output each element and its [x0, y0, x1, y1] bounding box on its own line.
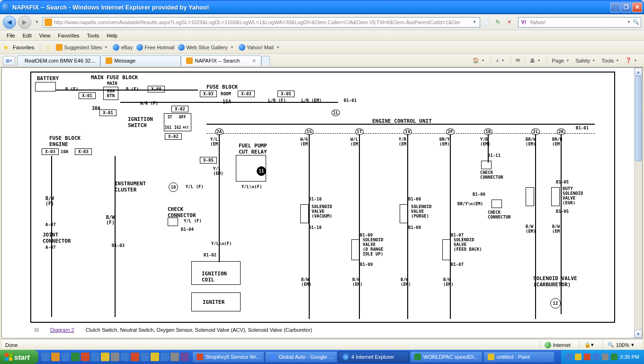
help-button[interactable]: ❓▾ — [625, 57, 638, 64]
scroll-down-icon[interactable]: ▼ — [635, 330, 642, 338]
ql-icon-5[interactable] — [81, 353, 89, 361]
label-check-connector: CHECK CONNECTOR — [168, 206, 196, 218]
diagram-desc: Clutch Switch, Neutral Switch, Oxygen Se… — [86, 327, 312, 333]
label-sv-drange: SOLENOID VALVE (D RANGE IDLE UP) — [363, 237, 383, 256]
label-joint-connector: JOINT CONNECTOR — [43, 232, 71, 244]
quick-tabs-button[interactable]: ▦▾ — [3, 56, 15, 65]
diagram-2-link[interactable]: Diagram 2 — [50, 327, 74, 333]
task-global-auto[interactable]: Global Auto - Google ... — [265, 351, 337, 363]
fav-ebay[interactable]: eBay — [113, 44, 133, 51]
menu-file[interactable]: File — [3, 32, 19, 39]
print-button[interactable]: 🖶▾ — [530, 58, 542, 64]
ql-icon-7[interactable] — [101, 353, 109, 361]
url-dropdown[interactable]: ▼ — [471, 20, 478, 24]
vertical-scrollbar[interactable]: ▲ ▼ — [634, 68, 642, 338]
minimize-button[interactable]: _ — [610, 2, 620, 12]
menu-help[interactable]: Help — [103, 32, 121, 39]
label-ignition-coil: IGNITION COIL — [202, 271, 227, 283]
tray-icon[interactable] — [584, 354, 590, 360]
tray-icon[interactable] — [602, 354, 608, 360]
tray-icon[interactable] — [566, 354, 572, 360]
protected-mode[interactable]: 🔒▾ — [579, 340, 599, 350]
rss-icon: ∎ — [496, 57, 499, 64]
fav-yahoomail[interactable]: Yahoo! Mail▾ — [239, 44, 281, 51]
tray-icon[interactable] — [611, 354, 617, 360]
label-fuse-block: FUSE BLOCK — [206, 84, 238, 90]
menu-view[interactable]: View — [36, 32, 54, 39]
tray-icon[interactable] — [593, 354, 599, 360]
task-worldpac[interactable]: WORLDPAC speedDI... — [410, 351, 483, 363]
close-button[interactable]: ✕ — [632, 2, 642, 12]
label-ignition-switch: IGNITION SWITCH — [128, 116, 153, 128]
ql-icon-11[interactable] — [141, 353, 149, 361]
refresh-button[interactable]: ↻ — [493, 18, 502, 27]
mail-button[interactable]: ✉ — [516, 57, 520, 64]
page-menu[interactable]: Page▾ — [552, 58, 571, 64]
menu-edit[interactable]: Edit — [19, 32, 36, 39]
safety-menu[interactable]: Safety▾ — [575, 58, 597, 64]
address-bar[interactable]: ▼ — [43, 17, 480, 27]
label-check-connector-3: CHECK CONNECTOR — [488, 210, 511, 219]
task-paint[interactable]: untitled - Paint — [483, 351, 555, 363]
ql-icon-15[interactable] — [180, 353, 189, 361]
ql-icon-9[interactable] — [121, 353, 129, 361]
task-shopkey[interactable]: ShopKey5 Service Wr... — [192, 351, 265, 363]
site-favicon — [45, 18, 52, 26]
ql-icon-1[interactable] — [41, 353, 50, 361]
stop-button[interactable]: ✕ — [505, 18, 513, 27]
home-button[interactable]: 🏠▾ — [473, 57, 486, 64]
start-button[interactable]: start — [0, 350, 38, 364]
search-go-icon[interactable]: 🔍 — [633, 19, 639, 25]
maximize-button[interactable]: ❐ — [621, 2, 631, 12]
back-button[interactable]: ◄ — [3, 16, 16, 29]
ql-icon-2[interactable] — [51, 353, 60, 361]
ql-icon-4[interactable] — [71, 353, 80, 361]
label-instrument-cluster: INSTRUMENT CLUSTER — [115, 181, 146, 193]
search-box[interactable]: Y! ▼ 🔍 — [518, 17, 641, 27]
tools-menu[interactable]: Tools▾ — [601, 58, 620, 64]
tab-napafix[interactable]: NAPAFIX -- Search✕ — [181, 55, 261, 66]
feeds-button[interactable]: ∎▾ — [496, 57, 506, 64]
nav-history-dropdown[interactable]: ▼ — [33, 20, 41, 24]
tray-icon[interactable] — [575, 354, 581, 360]
fav-webslice[interactable]: Web Slice Gallery▾ — [178, 44, 234, 51]
system-tray[interactable]: 3:39 PM — [561, 350, 644, 364]
zoom-control[interactable]: 🔍 100% ▾ — [602, 340, 639, 350]
ql-icon-10[interactable] — [131, 353, 139, 361]
ql-icon-8[interactable] — [111, 353, 119, 361]
page-body: BATTERY MAIN FUSE BLOCK MAIN 80A BTN 30A… — [2, 68, 634, 338]
url-input[interactable] — [54, 19, 471, 25]
menu-favorites[interactable]: Favorites — [54, 32, 83, 39]
ql-icon-3[interactable] — [61, 353, 70, 361]
ql-icon-13[interactable] — [161, 353, 169, 361]
new-tab-button[interactable] — [261, 56, 270, 65]
tab-close-icon[interactable]: ✕ — [252, 58, 256, 64]
scroll-up-icon[interactable]: ▲ — [635, 68, 642, 76]
favorites-label[interactable]: Favorites — [13, 45, 34, 50]
yahoo-icon: Y! — [520, 18, 528, 26]
fav-hotmail[interactable]: Free Hotmail — [136, 44, 174, 51]
page-icon — [186, 57, 193, 64]
ql-icon-14[interactable] — [170, 353, 179, 361]
diagram-footer-row: ▤ Diagram 2 Clutch Switch, Neutral Switc… — [30, 327, 615, 333]
menu-tools[interactable]: Tools — [83, 32, 103, 39]
add-favorite-icon[interactable]: ☆ — [46, 44, 52, 51]
search-input[interactable] — [529, 19, 625, 25]
tab-message[interactable]: Message — [100, 55, 181, 66]
favorites-star-icon[interactable]: ★ — [3, 44, 9, 51]
forward-button[interactable]: ► — [18, 16, 31, 29]
wiring-diagram: BATTERY MAIN FUSE BLOCK MAIN 80A BTN 30A… — [30, 72, 615, 323]
nav-toolbar: ◄ ► ▼ ▼ 📄 ↻ ✕ Y! ▼ 🔍 — [0, 14, 644, 30]
fav-suggested-sites[interactable]: Suggested Sites▾ — [56, 44, 109, 51]
tab-realoem[interactable]: RealOEM.com BMW E46 32... — [17, 55, 100, 66]
clock[interactable]: 3:39 PM — [620, 354, 639, 360]
label-check-connector-2: CHECK CONNECTOR — [480, 170, 503, 180]
tabs-bar: ▦▾ RealOEM.com BMW E46 32... Message NAP… — [0, 54, 644, 67]
ql-icon-12[interactable] — [151, 353, 159, 361]
scroll-thumb[interactable] — [635, 76, 642, 161]
task-ie[interactable]: 4 Internet Explorer — [338, 351, 409, 363]
label-fuel-pump: FUEL PUMP CUT RELAY — [239, 143, 267, 155]
compat-view-icon[interactable]: 📄 — [482, 18, 491, 27]
ql-icon-6[interactable] — [91, 353, 99, 361]
search-provider-dropdown[interactable]: ▼ — [625, 20, 633, 24]
